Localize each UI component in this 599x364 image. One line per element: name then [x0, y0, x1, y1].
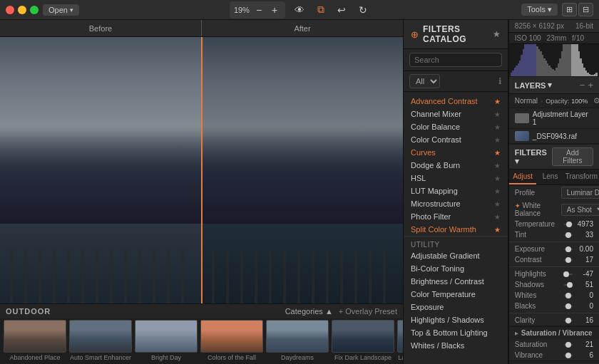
- filmstrip-item[interactable]: Colors of the Fall: [200, 320, 264, 363]
- adj-value: 0.00: [575, 245, 593, 253]
- adj-slider[interactable]: [564, 271, 573, 277]
- layers-title[interactable]: LAYERS ▾: [515, 80, 553, 90]
- film-name: Colors of the Fall: [200, 354, 263, 361]
- star-icon: ★: [494, 136, 501, 144]
- filmstrip-item[interactable]: Landscape Soft B&W: [396, 320, 403, 363]
- tab-lens[interactable]: Lens: [536, 170, 563, 184]
- adj-slider[interactable]: [564, 246, 573, 252]
- tab-transform[interactable]: Transform: [564, 170, 599, 184]
- layer-item-adjustment[interactable]: Adjustment Layer 1: [509, 108, 599, 129]
- filter-item[interactable]: Channel Mixer★: [404, 108, 508, 120]
- section-divider: [509, 266, 599, 267]
- adj-slider[interactable]: [564, 342, 573, 348]
- filmstrip-item[interactable]: Fix Dark Landscape: [331, 320, 395, 363]
- image-area[interactable]: [0, 37, 403, 303]
- edit-view-button[interactable]: ⊟: [578, 3, 593, 16]
- adj-value: 21: [575, 340, 593, 348]
- chevron-down-icon: ▾: [70, 6, 73, 14]
- zoom-plus-button[interactable]: +: [268, 3, 281, 17]
- filters-adjust-title[interactable]: FILTERS ▾: [515, 148, 552, 166]
- minimize-traffic-light[interactable]: [18, 6, 26, 14]
- adj-slider[interactable]: [564, 282, 573, 288]
- adj-slider[interactable]: [564, 222, 573, 227]
- filmstrip-item[interactable]: Abandoned Place: [3, 320, 67, 363]
- profile-select[interactable]: Luminar Default: [561, 187, 599, 199]
- layer-item-image[interactable]: _DSF0943.raf: [509, 129, 599, 144]
- undo-button[interactable]: ↩: [334, 3, 349, 17]
- adj-slider-row: Clarity 16: [509, 315, 599, 326]
- filter-item[interactable]: Dodge & Burn★: [404, 159, 508, 172]
- gear-icon[interactable]: ⚙: [593, 96, 599, 105]
- tab-adjust[interactable]: Adjust: [509, 170, 536, 184]
- filmstrip-item[interactable]: Auto Smart Enhancer: [68, 320, 133, 363]
- layers-header: LAYERS ▾ − +: [509, 77, 599, 94]
- adj-slider[interactable]: [564, 318, 573, 323]
- close-traffic-light[interactable]: [6, 6, 14, 14]
- open-button[interactable]: Open ▾: [43, 4, 79, 16]
- maximize-traffic-light[interactable]: [30, 6, 39, 14]
- filter-item[interactable]: Photo Filter★: [404, 210, 508, 223]
- filter-item[interactable]: Whites / Blacks: [404, 339, 508, 352]
- filter-item[interactable]: HSL★: [404, 172, 508, 184]
- filter-item[interactable]: Microstructure★: [404, 197, 508, 210]
- saturation-section-header[interactable]: ▸ Saturation / Vibrance: [509, 327, 599, 339]
- filter-item[interactable]: Curves★: [404, 146, 508, 159]
- adj-value: 16: [575, 316, 593, 324]
- foliage-section-header[interactable]: ▸ Foliage Enhancer: [509, 361, 599, 364]
- filter-item[interactable]: Top & Bottom Lighting: [404, 326, 508, 339]
- filter-item[interactable]: Brightness / Contrast: [404, 275, 508, 288]
- filters-category-select[interactable]: All: [409, 74, 440, 88]
- blend-mode-chevron: ◦: [541, 98, 543, 105]
- filmstrip-item[interactable]: Daydreams: [265, 320, 329, 363]
- split-line[interactable]: [201, 37, 203, 303]
- image-resolution: 8256 × 6192 px: [515, 22, 564, 30]
- layer-name-adjustment: Adjustment Layer 1: [533, 110, 593, 126]
- add-filters-button[interactable]: Add Filters: [552, 147, 593, 166]
- categories-button[interactable]: Categories ▲: [285, 307, 333, 316]
- adj-slider[interactable]: [564, 303, 573, 309]
- filter-name: Brightness / Contrast: [411, 277, 484, 286]
- filter-item[interactable]: Bi-Color Toning: [404, 262, 508, 275]
- redo-button[interactable]: ↻: [355, 3, 371, 17]
- chevron-right-icon: ▸: [515, 329, 518, 337]
- adj-slider[interactable]: [564, 353, 573, 358]
- filter-item[interactable]: Advanced Contrast★: [404, 95, 508, 108]
- toolbar-right: Tools ▾ ⊞ ⊟: [521, 3, 593, 16]
- filters-favorite-icon[interactable]: ★: [493, 29, 501, 39]
- tools-button[interactable]: Tools ▾: [521, 4, 558, 16]
- filmstrip-item[interactable]: Bright Day: [134, 320, 198, 363]
- filter-item[interactable]: Color Contrast★: [404, 133, 508, 146]
- library-view-button[interactable]: ⊞: [562, 3, 577, 16]
- adj-label: Saturation: [515, 340, 561, 348]
- filter-name: Adjustable Gradient: [411, 251, 480, 260]
- filters-search-input[interactable]: [409, 53, 502, 67]
- saturation-slider-row: Saturation 21: [509, 339, 599, 350]
- white-balance-select[interactable]: As Shot: [561, 204, 599, 216]
- adj-slider-row: Highlights -47: [509, 269, 599, 279]
- filter-item[interactable]: Split Color Warmth★: [404, 223, 508, 236]
- filter-item[interactable]: Highlights / Shadows: [404, 313, 508, 326]
- layers-minus-button[interactable]: −: [580, 80, 585, 90]
- toolbar-center: 19% − + 👁 ⧉ ↩ ↻: [83, 1, 517, 19]
- adj-slider[interactable]: [564, 232, 573, 238]
- profile-row: Profile Luminar Default: [509, 185, 599, 200]
- adj-slider[interactable]: [564, 257, 573, 263]
- filters-catalog-panel: ⊕ FILTERS CATALOG ★ All ℹ Advanced Contr…: [403, 20, 508, 364]
- zoom-minus-button[interactable]: −: [252, 3, 265, 17]
- filter-name: Bi-Color Toning: [411, 264, 464, 273]
- filter-item[interactable]: Exposure: [404, 301, 508, 313]
- adj-label: Temperature: [515, 220, 561, 228]
- info-icon[interactable]: ℹ: [498, 76, 502, 86]
- adj-slider[interactable]: [564, 293, 573, 298]
- preview-button[interactable]: 👁: [291, 3, 308, 17]
- layers-plus-button[interactable]: +: [588, 80, 593, 90]
- filter-item[interactable]: Adjustable Gradient: [404, 249, 508, 262]
- filter-item[interactable]: Color Balance★: [404, 120, 508, 133]
- filter-item[interactable]: Color Temperature: [404, 288, 508, 301]
- overlay-preset-button[interactable]: + Overlay Preset: [339, 307, 397, 316]
- filter-item[interactable]: LUT Mapping★: [404, 184, 508, 197]
- compare-toggle-button[interactable]: ⧉: [314, 2, 328, 17]
- zoom-value: 19%: [234, 6, 250, 14]
- histogram: [509, 44, 599, 76]
- filmstrip-header: OUTDOOR Categories ▲ + Overlay Preset: [0, 304, 403, 318]
